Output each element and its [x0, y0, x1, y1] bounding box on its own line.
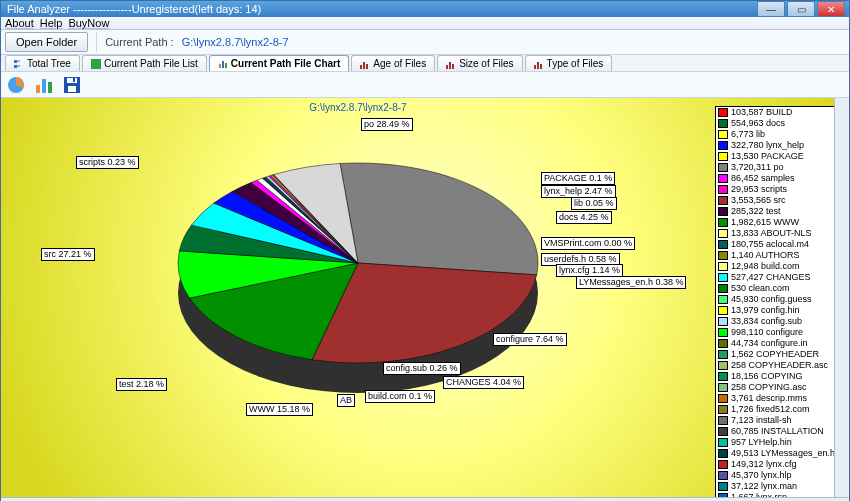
legend-row[interactable]: 37,122 lynx.man [716, 481, 842, 492]
legend-text: 554,963 docs [731, 118, 785, 129]
legend-row[interactable]: 3,761 descrip.mms [716, 393, 842, 404]
legend-text: 103,587 BUILD [731, 107, 793, 118]
legend-text: 1,562 COPYHEADER [731, 349, 819, 360]
save-button[interactable] [61, 74, 83, 96]
maximize-button[interactable]: ▭ [787, 1, 815, 17]
pie-chart-button[interactable] [5, 74, 27, 96]
legend-swatch [718, 328, 728, 337]
legend-swatch [718, 141, 728, 150]
legend-row[interactable]: 998,110 configure [716, 327, 842, 338]
tab-current-path-file-chart[interactable]: Current Path File Chart [209, 55, 349, 71]
svg-rect-24 [73, 78, 75, 82]
legend-row[interactable]: 6,773 lib [716, 129, 842, 140]
legend-row[interactable]: 49,513 LYMessages_en.h [716, 448, 842, 459]
tab-total-tree[interactable]: Total Tree [5, 55, 80, 71]
menu-buynow[interactable]: BuyNow [68, 17, 109, 29]
chart-icon [218, 59, 228, 69]
menu-about[interactable]: About [5, 17, 34, 29]
legend-row[interactable]: 530 clean.com [716, 283, 842, 294]
legend-swatch [718, 229, 728, 238]
legend-row[interactable]: 1,140 AUTHORS [716, 250, 842, 261]
legend-text: 49,513 LYMessages_en.h [731, 448, 835, 459]
legend-swatch [718, 295, 728, 304]
vertical-scrollbar[interactable] [834, 98, 849, 497]
legend-row[interactable]: 258 COPYING.asc [716, 382, 842, 393]
legend-row[interactable]: 86,452 samples [716, 173, 842, 184]
legend-row[interactable]: 45,930 config.guess [716, 294, 842, 305]
legend-row[interactable]: 13,979 config.hin [716, 305, 842, 316]
legend-text: 60,785 INSTALLATION [731, 426, 824, 437]
legend-text: 7,123 install-sh [731, 415, 792, 426]
legend-row[interactable]: 3,553,565 src [716, 195, 842, 206]
legend-text: 285,322 test [731, 206, 781, 217]
titlebar[interactable]: File Analyzer ----------------Unregister… [1, 1, 849, 17]
legend-row[interactable]: 285,322 test [716, 206, 842, 217]
close-button[interactable]: ✕ [817, 1, 845, 17]
svg-rect-18 [36, 85, 40, 93]
menu-help[interactable]: Help [40, 17, 63, 29]
tab-type-of-files[interactable]: Type of Files [525, 55, 613, 71]
svg-rect-10 [366, 64, 368, 69]
minimize-button[interactable]: — [757, 1, 785, 17]
pie-chart[interactable] [148, 118, 568, 438]
legend-swatch [718, 405, 728, 414]
legend-row[interactable]: 12,948 build.com [716, 261, 842, 272]
legend-row[interactable]: 149,312 lynx.cfg [716, 459, 842, 470]
legend-swatch [718, 306, 728, 315]
horizontal-scrollbar[interactable] [1, 497, 849, 501]
legend-text: 13,979 config.hin [731, 305, 800, 316]
legend-row[interactable]: 527,427 CHANGES [716, 272, 842, 283]
legend-row[interactable]: 1,562 COPYHEADER [716, 349, 842, 360]
legend-swatch [718, 284, 728, 293]
legend-row[interactable]: 1,726 fixed512.com [716, 404, 842, 415]
svg-rect-5 [219, 64, 221, 68]
callout-config-sub: config.sub 0.26 % [383, 362, 461, 375]
legend-swatch [718, 152, 728, 161]
bar-chart-button[interactable] [33, 74, 55, 96]
legend[interactable]: 103,587 BUILD554,963 docs6,773 lib322,78… [715, 106, 843, 501]
legend-row[interactable]: 13,530 PACKAGE [716, 151, 842, 162]
legend-swatch [718, 449, 728, 458]
legend-text: 1,726 fixed512.com [731, 404, 810, 415]
legend-text: 3,720,311 po [731, 162, 784, 173]
legend-row[interactable]: 180,755 aclocal.m4 [716, 239, 842, 250]
legend-row[interactable]: 13,833 ABOUT-NLS [716, 228, 842, 239]
legend-text: 18,156 COPYING [731, 371, 803, 382]
legend-swatch [718, 185, 728, 194]
legend-row[interactable]: 60,785 INSTALLATION [716, 426, 842, 437]
legend-text: 6,773 lib [731, 129, 765, 140]
legend-row[interactable]: 258 COPYHEADER.asc [716, 360, 842, 371]
legend-row[interactable]: 322,780 lynx_help [716, 140, 842, 151]
tab-current-path-file-list[interactable]: Current Path File List [82, 55, 207, 71]
legend-row[interactable]: 44,734 configure.in [716, 338, 842, 349]
menubar: About Help BuyNow [1, 17, 849, 30]
callout-vmsprint: VMSPrint.com 0.00 % [541, 237, 635, 250]
callout-ab: AB [337, 394, 355, 407]
legend-row[interactable]: 554,963 docs [716, 118, 842, 129]
current-path-label: Current Path : [105, 36, 173, 48]
legend-text: 3,553,565 src [731, 195, 786, 206]
legend-row[interactable]: 18,156 COPYING [716, 371, 842, 382]
legend-text: 530 clean.com [731, 283, 790, 294]
tab-size-of-files[interactable]: Size of Files [437, 55, 522, 71]
open-folder-button[interactable]: Open Folder [5, 32, 88, 52]
legend-row[interactable]: 33,834 config.sub [716, 316, 842, 327]
legend-row[interactable]: 29,953 scripts [716, 184, 842, 195]
tab-age-of-files[interactable]: Age of Files [351, 55, 435, 71]
chart-area: G:\lynx2.8.7\lynx2-8-7 po 28.49 % src 27… [1, 98, 715, 501]
legend-row[interactable]: 45,370 lynx.hlp [716, 470, 842, 481]
callout-docs: docs 4.25 % [556, 211, 612, 224]
svg-rect-22 [67, 78, 77, 83]
legend-swatch [718, 339, 728, 348]
legend-row[interactable]: 957 LYHelp.hin [716, 437, 842, 448]
legend-text: 1,140 AUTHORS [731, 250, 800, 261]
legend-row[interactable]: 7,123 install-sh [716, 415, 842, 426]
legend-row[interactable]: 1,982,615 WWW [716, 217, 842, 228]
legend-text: 37,122 lynx.man [731, 481, 797, 492]
callout-build: build.com 0.1 % [365, 390, 435, 403]
svg-rect-14 [534, 65, 536, 69]
svg-rect-0 [14, 60, 17, 63]
legend-row[interactable]: 3,720,311 po [716, 162, 842, 173]
legend-row[interactable]: 103,587 BUILD [716, 107, 842, 118]
legend-swatch [718, 427, 728, 436]
